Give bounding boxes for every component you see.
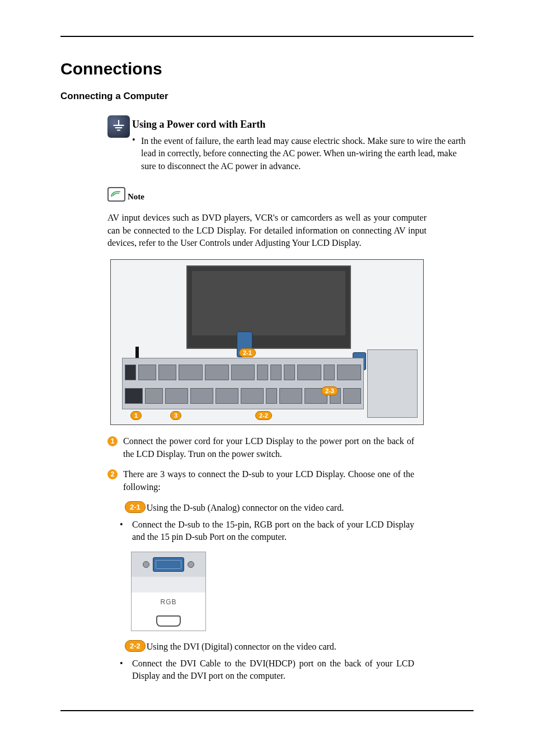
vga-port-icon	[153, 557, 184, 572]
substep-2-1: 2-1 Using the D-sub (Analog) connector o…	[125, 501, 414, 513]
diagram-badge-2-2: 2-2	[255, 411, 272, 420]
section-heading: Connecting a Computer	[60, 91, 474, 102]
earth-heading: Using a Power cord with Earth	[132, 115, 474, 130]
note-block: Note	[107, 187, 474, 202]
bottom-rule	[60, 710, 474, 711]
diagram-badge-2-3: 2-3	[321, 386, 338, 395]
bullet-text: Connect the D-sub to the 15-pin, RGB por…	[132, 519, 414, 544]
rgb-label: RGB	[132, 592, 205, 612]
earth-body: In the event of failure, the earth lead …	[141, 135, 474, 172]
connection-diagram: 1 2-1 2-2 2-3 3	[110, 259, 424, 425]
vga-screw-icon	[143, 561, 149, 568]
diagram-lcd-back	[186, 265, 351, 349]
step-number-badge: 2	[107, 469, 118, 479]
substep-badge: 2-2	[125, 640, 146, 652]
steps-list: 1 Connect the power cord for your LCD Di…	[107, 435, 414, 493]
page-title: Connections	[60, 59, 474, 78]
diagram-badge-3: 3	[170, 411, 181, 420]
step-number-badge: 1	[107, 436, 118, 446]
substep-2-2: 2-2 Using the DVI (Digital) connector on…	[125, 640, 414, 652]
earth-warning-block: Using a Power cord with Earth • In the e…	[107, 115, 474, 172]
step-text: Connect the power cord for your LCD Disp…	[123, 435, 414, 460]
bullet-dot: •	[120, 657, 125, 683]
diagram-computer	[367, 349, 418, 418]
diagram-port-panel	[122, 358, 364, 409]
bullet-item: • Connect the DVI Cable to the DVI(HDCP)…	[120, 657, 414, 683]
note-body: AV input devices such as DVD players, VC…	[107, 212, 427, 249]
top-rule	[60, 36, 474, 37]
step-item: 2 There are 3 ways to connect the D-sub …	[107, 468, 414, 493]
note-label: Note	[128, 192, 144, 202]
bullet-dot: •	[120, 519, 125, 544]
note-icon	[107, 187, 125, 202]
diagram-badge-2-1: 2-1	[239, 348, 256, 357]
step-item: 1 Connect the power cord for your LCD Di…	[107, 435, 414, 460]
rgb-port-illustration: RGB	[131, 552, 206, 631]
diagram-badge-1: 1	[130, 411, 142, 420]
substep-badge: 2-1	[125, 501, 146, 513]
vga-screw-icon	[188, 561, 194, 568]
page: Connections Connecting a Computer Using …	[0, 0, 534, 756]
substep-text: Using the D-sub (Analog) connector on th…	[147, 503, 344, 513]
bullet-dot: •	[132, 135, 137, 172]
bullet-item: • Connect the D-sub to the 15-pin, RGB p…	[120, 519, 414, 544]
earth-ground-icon	[107, 115, 130, 138]
dsub-outline-icon	[156, 615, 181, 627]
step-text: There are 3 ways to connect the D-sub to…	[123, 468, 414, 493]
bullet-text: Connect the DVI Cable to the DVI(HDCP) p…	[132, 657, 414, 683]
substep-text: Using the DVI (Digital) connector on the…	[147, 642, 336, 652]
